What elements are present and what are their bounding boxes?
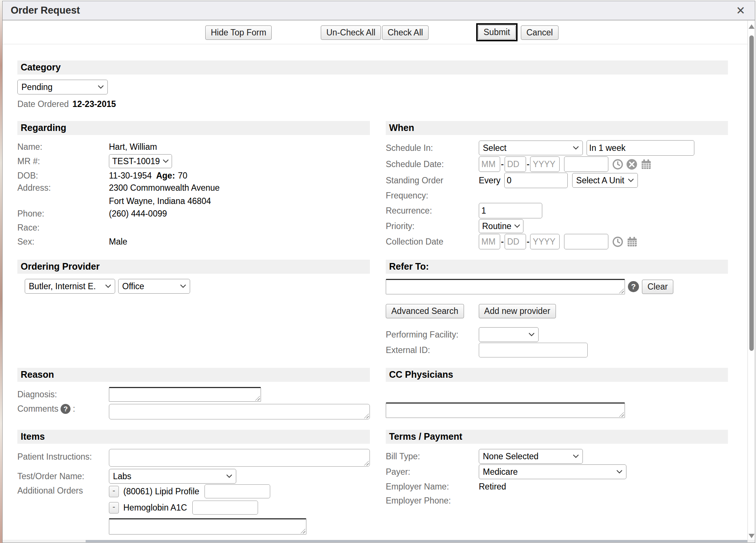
payer-value: Medicare bbox=[483, 467, 518, 477]
address-label: Address: bbox=[17, 183, 109, 193]
scroll-down-icon[interactable] bbox=[749, 534, 755, 538]
priority-select[interactable]: Routine bbox=[479, 219, 523, 233]
clock-icon[interactable] bbox=[612, 236, 623, 248]
when-section: When Schedule In: Select Schedule Date: bbox=[386, 121, 728, 250]
cancel-button[interactable]: Cancel bbox=[521, 25, 559, 40]
external-id-label: External ID: bbox=[386, 345, 479, 355]
cc-physicians-header: CC Physicians bbox=[386, 368, 728, 382]
additional-order-row: - (80061) Lipid Profile bbox=[109, 484, 306, 498]
order-request-dialog: Order Request ✕ Hide Top Form Un-Check A… bbox=[2, 1, 755, 543]
unit-select-value: Select A Unit bbox=[576, 176, 624, 186]
check-all-button[interactable]: Check All bbox=[382, 25, 429, 40]
top-toolbar: Hide Top Form Un-Check All Check All Sub… bbox=[3, 21, 748, 44]
payer-select[interactable]: Medicare bbox=[479, 464, 626, 479]
remove-order-button[interactable]: - bbox=[109, 502, 119, 513]
clock-icon[interactable] bbox=[612, 159, 623, 170]
unit-select[interactable]: Select A Unit bbox=[572, 173, 638, 188]
age-value: 70 bbox=[178, 171, 188, 181]
bill-type-label: Bill Type: bbox=[386, 452, 479, 461]
chevron-down-icon bbox=[105, 284, 111, 288]
date-dash: - bbox=[527, 237, 530, 247]
employer-name-value: Retired bbox=[479, 482, 506, 492]
schedule-date-yyyy-input[interactable] bbox=[530, 156, 560, 172]
close-icon[interactable]: ✕ bbox=[736, 5, 745, 16]
diagnosis-label: Diagnosis: bbox=[17, 390, 109, 400]
refer-to-search-input[interactable] bbox=[386, 279, 625, 294]
provider-select-value: Butler, Internist E. bbox=[29, 281, 96, 291]
scrollbar-thumb[interactable] bbox=[749, 35, 754, 351]
diagnosis-input[interactable] bbox=[109, 387, 261, 402]
every-input[interactable] bbox=[504, 173, 568, 188]
calendar-icon[interactable] bbox=[626, 236, 638, 248]
order-note-input[interactable] bbox=[205, 484, 270, 498]
chevron-down-icon bbox=[628, 179, 634, 182]
advanced-search-button[interactable]: Advanced Search bbox=[386, 304, 464, 318]
provider-select[interactable]: Butler, Internist E. bbox=[25, 279, 115, 294]
collection-time-input[interactable] bbox=[564, 234, 608, 249]
cc-physicians-input[interactable] bbox=[386, 402, 625, 418]
dialog-body: Hide Top Form Un-Check All Check All Sub… bbox=[3, 21, 748, 543]
help-icon[interactable]: ? bbox=[628, 281, 639, 292]
items-header: Items bbox=[17, 430, 370, 444]
standing-order-label: Standing Order bbox=[386, 176, 479, 186]
priority-label: Priority: bbox=[386, 221, 479, 231]
chevron-down-icon bbox=[529, 333, 535, 336]
category-select[interactable]: Pending bbox=[17, 80, 108, 94]
uncheck-all-button[interactable]: Un-Check All bbox=[321, 25, 381, 40]
remove-order-button[interactable]: - bbox=[109, 486, 119, 497]
terms-payment-section: Terms / Payment Bill Type: None Selected… bbox=[386, 430, 728, 535]
clear-button[interactable]: Clear bbox=[642, 280, 673, 294]
schedule-date-dd-input[interactable] bbox=[505, 156, 526, 172]
patient-instructions-textarea[interactable] bbox=[109, 449, 370, 467]
recurrence-label: Recurrence: bbox=[386, 206, 479, 216]
test-order-select[interactable]: Labs bbox=[109, 469, 236, 484]
collection-date-yyyy-input[interactable] bbox=[530, 234, 560, 249]
phone-label: Phone: bbox=[17, 209, 109, 219]
performing-facility-select[interactable] bbox=[479, 327, 539, 342]
employer-phone-label: Employer Phone: bbox=[386, 496, 479, 506]
test-order-name-label: Test/Order Name: bbox=[17, 471, 109, 481]
horizontal-scrollbar-thumb[interactable] bbox=[86, 540, 748, 542]
dialog-title: Order Request bbox=[11, 5, 80, 16]
help-icon[interactable]: ? bbox=[61, 404, 71, 414]
chevron-down-icon bbox=[616, 470, 622, 474]
schedule-in-value: Select bbox=[483, 143, 506, 153]
vertical-scrollbar[interactable] bbox=[748, 21, 755, 543]
schedule-in-select[interactable]: Select bbox=[479, 141, 583, 155]
hide-top-form-button[interactable]: Hide Top Form bbox=[205, 25, 272, 40]
employer-name-label: Employer Name: bbox=[386, 482, 479, 492]
chevron-down-icon bbox=[180, 284, 186, 288]
comments-textarea[interactable] bbox=[109, 404, 370, 419]
ordering-provider-header: Ordering Provider bbox=[17, 260, 370, 274]
patient-name: Hart, William bbox=[109, 142, 157, 152]
calendar-icon[interactable] bbox=[640, 158, 652, 170]
collection-date-mm-input[interactable] bbox=[479, 234, 500, 249]
add-new-provider-button[interactable]: Add new provider bbox=[479, 304, 556, 318]
collection-date-dd-input[interactable] bbox=[505, 234, 526, 249]
scroll-up-icon[interactable] bbox=[749, 24, 755, 29]
recurrence-input[interactable] bbox=[479, 203, 542, 218]
schedule-in-text-input[interactable] bbox=[587, 140, 694, 156]
mr-number-select[interactable]: TEST-10019 bbox=[109, 154, 172, 168]
external-id-input[interactable] bbox=[479, 343, 588, 357]
dialog-titlebar: Order Request ✕ bbox=[3, 1, 755, 20]
frequency-label: Frequency: bbox=[386, 191, 479, 201]
reason-section: Reason Diagnosis: Comments ? bbox=[17, 368, 370, 420]
submit-button[interactable]: Submit bbox=[478, 25, 516, 39]
mr-number-value: TEST-10019 bbox=[112, 156, 160, 166]
chevron-down-icon bbox=[226, 474, 232, 478]
order-note-input[interactable] bbox=[192, 501, 258, 515]
order-search-input[interactable] bbox=[109, 518, 306, 535]
schedule-date-mm-input[interactable] bbox=[479, 156, 500, 172]
bill-type-select[interactable]: None Selected bbox=[479, 449, 583, 464]
order-name: Hemoglobin A1C bbox=[123, 503, 187, 513]
horizontal-scrollbar[interactable] bbox=[3, 540, 755, 543]
sex-value: Male bbox=[109, 237, 127, 247]
refer-to-header: Refer To: bbox=[386, 260, 728, 274]
sex-label: Sex: bbox=[17, 237, 109, 247]
bill-type-value: None Selected bbox=[483, 452, 539, 461]
schedule-time-input[interactable] bbox=[564, 156, 608, 172]
clear-date-icon[interactable] bbox=[626, 159, 638, 170]
chevron-down-icon bbox=[163, 159, 169, 163]
provider-location-select[interactable]: Office bbox=[118, 279, 190, 294]
